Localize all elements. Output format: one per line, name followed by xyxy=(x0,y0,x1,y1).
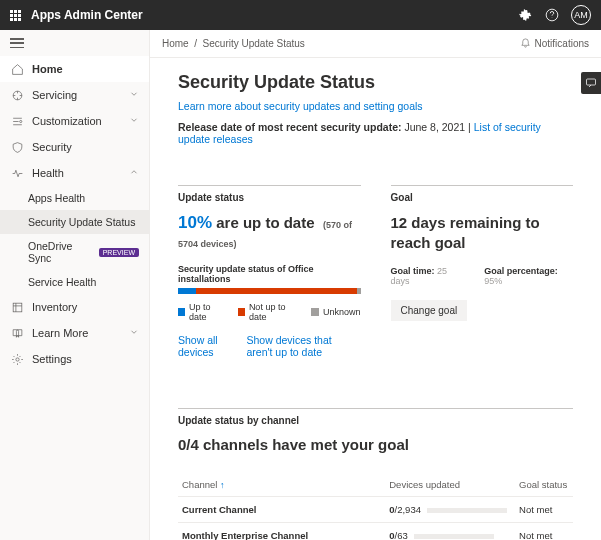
inventory-icon xyxy=(10,300,24,314)
svg-point-2 xyxy=(19,120,21,122)
sidebar-item-servicing[interactable]: Servicing xyxy=(0,82,149,108)
channels-table: Channel ↑ Devices updated Goal status Cu… xyxy=(178,473,573,540)
help-icon[interactable] xyxy=(545,8,559,22)
top-bar: Apps Admin Center AM xyxy=(0,0,601,30)
update-status-card: Update status 10% are up to date (570 of… xyxy=(178,185,361,358)
sidebar-item-customization[interactable]: Customization xyxy=(0,108,149,134)
learn-icon xyxy=(10,326,24,340)
bar-segment xyxy=(196,288,357,294)
mini-bar xyxy=(414,534,494,539)
bar-segment xyxy=(357,288,361,294)
chevron-down-icon xyxy=(129,327,139,339)
sidebar-subitem-security-update-status[interactable]: Security Update Status xyxy=(0,210,149,234)
chevron-down-icon xyxy=(129,115,139,127)
status-bar-chart xyxy=(178,288,361,294)
sidebar-item-inventory[interactable]: Inventory xyxy=(0,294,149,320)
devices-updated: 0/63 xyxy=(385,523,515,541)
channels-section-title: Update status by channel xyxy=(178,408,573,426)
security-icon xyxy=(10,140,24,154)
bar-segment xyxy=(178,288,196,294)
goal-status: Not met xyxy=(515,523,573,541)
feedback-tab[interactable] xyxy=(581,72,601,94)
app-launcher-icon[interactable] xyxy=(10,10,21,21)
bell-icon xyxy=(520,38,531,49)
feedback-icon xyxy=(585,77,597,89)
sidebar-subitem-onedrive-sync[interactable]: OneDrive SyncPREVIEW xyxy=(0,234,149,270)
breadcrumb-bar: Home / Security Update Status Notificati… xyxy=(150,30,601,58)
release-info: Release date of most recent security upd… xyxy=(178,121,573,145)
breadcrumb: Home / Security Update Status xyxy=(162,38,305,49)
change-goal-button[interactable]: Change goal xyxy=(391,300,468,321)
status-chart-label: Security update status of Office install… xyxy=(178,264,361,284)
channel-name: Monthly Enterprise Channel xyxy=(178,523,385,541)
show-outdated-devices-link[interactable]: Show devices that aren't up to date xyxy=(246,334,360,358)
goal-headline: 12 days remaining to reach goal xyxy=(391,213,574,252)
svg-rect-5 xyxy=(587,79,596,85)
customization-icon xyxy=(10,114,24,128)
chevron-down-icon xyxy=(129,89,139,101)
settings-icon xyxy=(10,352,24,366)
learn-more-link[interactable]: Learn more about security updates and se… xyxy=(178,100,423,112)
devices-updated: 0/2,934 xyxy=(385,497,515,523)
goal-card: Goal 12 days remaining to reach goal Goa… xyxy=(391,185,574,358)
hamburger-button[interactable] xyxy=(0,30,149,56)
svg-rect-3 xyxy=(13,303,22,312)
table-row[interactable]: Current Channel 0/2,934 Not met xyxy=(178,497,573,523)
sidebar: HomeServicingCustomizationSecurityHealth… xyxy=(0,30,150,540)
channels-headline: 0/4 channels have met your goal xyxy=(178,436,573,453)
table-row[interactable]: Monthly Enterprise Channel 0/63 Not met xyxy=(178,523,573,541)
status-legend: Up to date Not up to date Unknown xyxy=(178,302,361,322)
sidebar-subitem-apps-health[interactable]: Apps Health xyxy=(0,186,149,210)
sidebar-item-settings[interactable]: Settings xyxy=(0,346,149,372)
sidebar-subitem-service-health[interactable]: Service Health xyxy=(0,270,149,294)
notifications-button[interactable]: Notifications xyxy=(520,38,589,49)
channel-name: Current Channel xyxy=(178,497,385,523)
mini-bar xyxy=(427,508,507,513)
svg-point-4 xyxy=(15,357,18,360)
gear-icon[interactable] xyxy=(519,8,533,22)
sidebar-item-health[interactable]: Health xyxy=(0,160,149,186)
goal-title: Goal xyxy=(391,185,574,203)
col-channel[interactable]: Channel ↑ xyxy=(178,473,385,497)
update-status-headline: 10% are up to date (570 of 5704 devices) xyxy=(178,213,361,250)
avatar[interactable]: AM xyxy=(571,5,591,25)
sidebar-item-home[interactable]: Home xyxy=(0,56,149,82)
app-title: Apps Admin Center xyxy=(31,8,143,22)
update-status-title: Update status xyxy=(178,185,361,203)
breadcrumb-home[interactable]: Home xyxy=(162,38,189,49)
chevron-up-icon xyxy=(129,167,139,179)
health-icon xyxy=(10,166,24,180)
page-title: Security Update Status xyxy=(178,72,573,93)
col-status[interactable]: Goal status xyxy=(515,473,573,497)
breadcrumb-current: Security Update Status xyxy=(203,38,305,49)
servicing-icon xyxy=(10,88,24,102)
home-icon xyxy=(10,62,24,76)
col-devices[interactable]: Devices updated xyxy=(385,473,515,497)
goal-status: Not met xyxy=(515,497,573,523)
show-all-devices-link[interactable]: Show all devices xyxy=(178,334,232,358)
sidebar-item-security[interactable]: Security xyxy=(0,134,149,160)
sidebar-item-learn-more[interactable]: Learn More xyxy=(0,320,149,346)
preview-badge: PREVIEW xyxy=(99,248,139,257)
sort-up-icon: ↑ xyxy=(220,480,225,490)
